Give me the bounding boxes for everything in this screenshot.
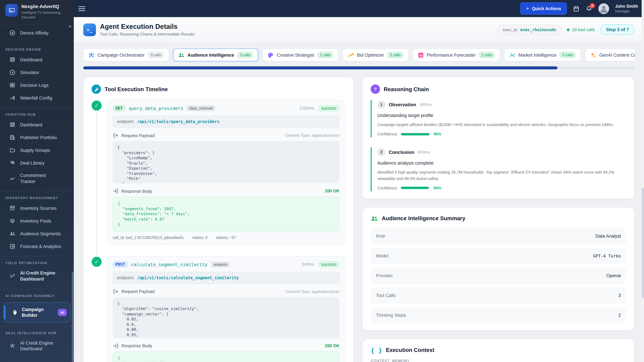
terminal-icon: >_ — [83, 23, 96, 36]
sidebar-item-campaign-builder[interactable]: Campaign Builder AI — [3, 302, 70, 323]
execution-progress-bar — [83, 66, 634, 69]
tab-label: Market Intelligence — [518, 52, 556, 57]
tab-audience-intelligence[interactable]: Audience Intelligence 3 calls — [173, 49, 258, 61]
molecule-icon — [88, 52, 94, 58]
request-payload-json: { "providers": [ "LiveRamp", "Oracle", "… — [113, 141, 340, 183]
step-heading: Audience analysis complete — [377, 161, 626, 166]
tool-execution-timeline-panel: Tool Execution Timeline ✓ GET query_data… — [83, 77, 354, 362]
calendar-icon[interactable] — [573, 5, 580, 12]
grid-icon — [10, 122, 16, 128]
users-icon — [10, 231, 16, 237]
tab-market-intelligence[interactable]: Market Intelligence 3 calls — [504, 49, 581, 61]
user-name: John Smith — [615, 4, 638, 9]
calls-badge: 3 calls — [387, 52, 403, 58]
confidence-label: Confidence: — [377, 186, 398, 190]
quick-actions-label: Quick Actions — [532, 6, 561, 11]
user-info[interactable]: John Smith Manager — [615, 4, 638, 13]
sidebar: Nexgile-AdvertIQ Intelligent TV Advertis… — [0, 0, 74, 362]
tab-bid-optimizer[interactable]: Bid Optimizer 3 calls — [342, 49, 408, 61]
calls-badge: 3 calls — [560, 52, 576, 58]
audience-intelligence-summary-panel: Audience Intelligence Summary Role Data … — [362, 207, 634, 331]
response-body-json: { "segments_found": 2847, "data_freshnes… — [113, 197, 340, 231]
quick-actions-button[interactable]: + Quick Actions — [520, 2, 567, 15]
timeline-connector — [96, 112, 97, 256]
step-duration: 600ms — [418, 150, 430, 155]
bar-chart-icon — [418, 52, 424, 58]
avatar[interactable] — [598, 3, 609, 14]
tool-calls-total: 19 tool calls — [567, 27, 595, 32]
request-icon — [113, 132, 119, 138]
endpoint-row: endpoint: /api/v1/tools/calculate_segmen… — [113, 272, 340, 284]
page-header: >_ Agent Execution Details Tool Calls, R… — [74, 17, 644, 43]
sidebar-item-waterfall-config[interactable]: Waterfall Config — [0, 92, 74, 104]
success-check-icon: ✓ — [92, 257, 102, 267]
summary-row: Tool Calls 3 — [371, 288, 626, 303]
sidebar-item-deal-library[interactable]: Deal Library — [0, 157, 74, 169]
sidebar-item-inventory-sources[interactable]: Inventory Sources — [0, 202, 74, 215]
sparkle-trend-icon — [10, 273, 16, 279]
tab-genai-content-creator[interactable]: GenAI Content Creator 3 calls — [585, 49, 634, 61]
panel-title: Tool Execution Timeline — [105, 86, 168, 92]
response-body-json: { "top_segments": 23, "best_match": { "n… — [113, 352, 340, 362]
sidebar-item-publisher-portfolio[interactable]: Publisher Portfolio — [0, 131, 74, 144]
step-heading: Understanding target profile — [377, 113, 626, 118]
exec-id-label: exec_id: — [503, 27, 518, 32]
request-payload-label: Request Payload — [122, 289, 155, 294]
endpoint-path: /api/v1/tools/calculate_segment_similari… — [137, 275, 239, 280]
sidebar-item-audience-segments[interactable]: Audience Segments — [0, 227, 74, 240]
exec-id-value: exec_rhwinocwdc — [520, 27, 556, 32]
panel-title: Audience Intelligence Summary — [382, 215, 466, 222]
calls-badge: 2 calls — [317, 52, 334, 58]
step-detail: Identified 5 high-quality segments total… — [377, 169, 626, 182]
sidebar-item-dashboard[interactable]: Dashboard — [0, 53, 74, 66]
sidebar-item-decision-logs[interactable]: Decision Logs — [0, 79, 74, 92]
sidebar-item-curation-dashboard[interactable]: Dashboard — [0, 118, 74, 131]
sparkles-icon — [590, 52, 596, 58]
sidebar-item-device-affinity[interactable]: Device Affinity — [0, 27, 74, 39]
tab-label: Creative Strategist — [277, 52, 314, 57]
summary-row: Model GPT-4 Turbo — [371, 248, 626, 264]
trending-up-icon — [348, 52, 354, 58]
sidebar-item-label: Dashboard — [20, 122, 42, 128]
step-number: 1 — [377, 100, 386, 109]
tab-performance-forecaster[interactable]: Performance Forecaster 2 calls — [412, 49, 500, 61]
calls-badge: 3 calls — [237, 52, 253, 58]
brand-tagline: Intelligent TV Advertising, Elevated — [22, 10, 69, 19]
sidebar-item-label: Simulator — [20, 69, 39, 75]
tab-creative-strategist[interactable]: Creative Strategist 2 calls — [262, 49, 338, 61]
request-payload-label: Request Payload — [122, 133, 155, 138]
brand-cast-icon — [5, 4, 18, 17]
sidebar-item-ai-credit-engine-dashboard[interactable]: AI Credit Engine Dashboard — [0, 267, 74, 285]
page-subtitle: Tool Calls, Reasoning Chains & Intermedi… — [100, 32, 194, 36]
step-badge: Step 3 of 7 — [600, 24, 634, 35]
menu-icon[interactable] — [78, 6, 85, 11]
tool-category-badge: data_retrieval — [187, 105, 215, 111]
retries: retries: 0 — [192, 236, 208, 240]
sidebar-scrollbar[interactable] — [72, 272, 74, 362]
sidebar-item-commitment-tracker[interactable]: Commitment Tracker — [0, 169, 74, 188]
sidebar-item-supply-groups[interactable]: Supply Groups — [0, 144, 74, 157]
sidebar-item-inventory-pools[interactable]: Inventory Pools — [0, 215, 74, 227]
step-type: Conclusion — [389, 150, 414, 155]
sidebar-section-yield-optimization: YIELD OPTIMIZATION — [0, 257, 74, 267]
scrollbar-thumb[interactable] — [642, 188, 644, 298]
page-scrollbar[interactable] — [642, 0, 644, 362]
sidebar-item-label: Device Affinity — [20, 30, 48, 36]
chart-box-icon — [10, 244, 16, 250]
request-payload-json: { "algorithm": "cosine_similarity", "cam… — [113, 297, 340, 338]
brand: Nexgile-AdvertIQ Intelligent TV Advertis… — [0, 0, 74, 25]
confidence-bar — [401, 133, 430, 135]
sidebar-scroll-up-icon[interactable] — [68, 25, 72, 27]
sidebar-section-decision-engine: DECISION ENGINE — [0, 43, 74, 53]
archive-icon — [10, 205, 16, 211]
confidence-value: 94% — [434, 186, 441, 190]
sidebar-item-forecast-analytics[interactable]: Forecast & Analytics — [0, 240, 74, 253]
notifications-button[interactable]: 4 — [586, 5, 592, 12]
context-memory-label: CONTEXT_MEMORY — [371, 359, 626, 362]
sidebar-item-simulator[interactable]: Simulator — [0, 66, 74, 79]
sidebar-item-deal-ai-credit-engine-dashboard[interactable]: AI Credit Engine Dashboard — [0, 337, 74, 355]
tab-campaign-orchestrator[interactable]: Campaign Orchestrator 0 calls — [83, 49, 169, 61]
sidebar-item-label: Dashboard — [20, 57, 42, 63]
trend-sparkle-icon — [509, 52, 516, 58]
response-body-label: Response Body — [122, 189, 152, 194]
